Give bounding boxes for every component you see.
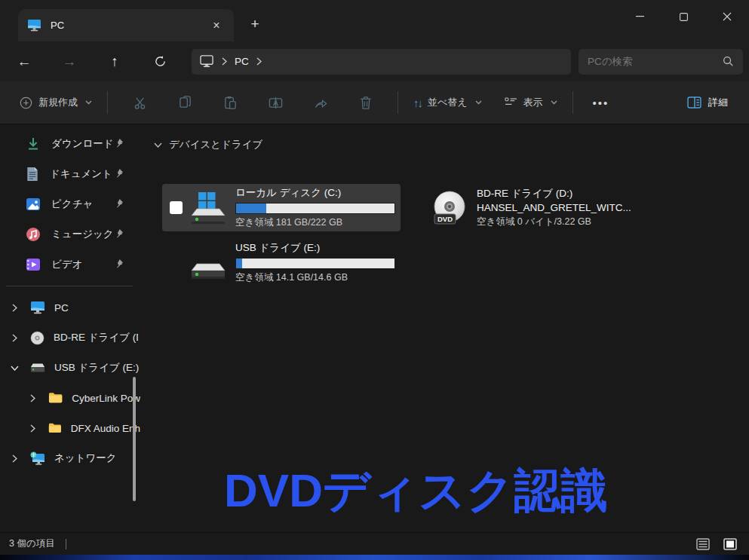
sidebar-item-downloads[interactable]: ダウンロード (0, 129, 140, 159)
sidebar-item-usb-drive[interactable]: USB ドライブ (E:) (0, 353, 140, 383)
sidebar-item-label: BD-RE ドライブ (D (54, 331, 138, 344)
large-icons-view-button[interactable] (720, 536, 740, 552)
drive-name: BD-RE ドライブ (D:) (477, 187, 659, 200)
drive-icon (30, 363, 45, 373)
explorer-body: ダウンロード ドキュメント ピクチャ ミュージック ビデオ (0, 124, 749, 532)
view-icon (505, 97, 517, 109)
chevron-right-icon[interactable] (27, 423, 38, 433)
network-icon (30, 451, 45, 466)
pin-icon (114, 168, 124, 178)
sidebar-item-label: USB ドライブ (E:) (54, 361, 139, 375)
tab-close-icon[interactable]: × (207, 16, 226, 35)
sidebar-item-videos[interactable]: ビデオ (0, 249, 140, 280)
windows-drive-icon (189, 190, 228, 226)
forward-button: → (56, 48, 83, 75)
search-icon[interactable] (723, 56, 734, 67)
sort-button-label: 並べ替え (428, 96, 468, 109)
item-checkbox[interactable] (170, 201, 183, 214)
drive-item-usb-e[interactable]: USB ドライブ (E:) 空き領域 14.1 GB/14.6 GB (162, 239, 401, 286)
sort-icon: ↑↓ (413, 96, 422, 109)
pin-icon (114, 198, 124, 208)
chevron-down-icon[interactable] (9, 363, 20, 373)
copy-button (172, 90, 198, 115)
up-button[interactable]: ↑ (101, 48, 128, 75)
chevron-down-icon (475, 100, 482, 105)
sidebar-item-label: ネットワーク (54, 451, 117, 465)
window-controls (618, 0, 749, 33)
sidebar-item-folder-dfx[interactable]: DFX Audio Enh (0, 413, 140, 443)
new-button[interactable]: 新規作成 (14, 91, 98, 114)
details-pane-label: 詳細 (708, 96, 728, 109)
more-options-button[interactable]: ••• (582, 96, 620, 109)
view-toggle-group (693, 536, 740, 552)
sidebar-item-bdre-drive[interactable]: BD-RE ドライブ (D (0, 323, 140, 353)
folder-icon (48, 422, 62, 434)
maximize-button[interactable] (662, 0, 705, 33)
breadcrumb-chevron-icon (256, 57, 262, 66)
chevron-right-icon[interactable] (9, 302, 20, 313)
drive-volume-label: HANSEL_AND_GRETEL_WITC... (477, 202, 659, 213)
address-bar[interactable]: PC (192, 49, 571, 75)
item-count-label: 3 個の項目 (9, 537, 55, 550)
capacity-bar (235, 258, 395, 269)
sidebar-item-pc[interactable]: PC (0, 292, 140, 323)
paste-button (217, 90, 243, 115)
chevron-down-icon (85, 100, 92, 105)
view-button[interactable]: 表示 (499, 91, 563, 114)
document-icon (26, 167, 39, 182)
sidebar-item-label: ビデオ (51, 258, 82, 271)
disc-icon (30, 331, 45, 345)
sort-button[interactable]: ↑↓ 並べ替え (407, 91, 488, 114)
pc-monitor-icon (30, 301, 45, 314)
rename-button (262, 90, 288, 115)
back-button[interactable]: ← (11, 48, 38, 75)
sidebar-scrollbar[interactable] (133, 377, 136, 501)
drive-item-local-disk-c[interactable]: ローカル ディスク (C:) 空き領域 181 GB/222 GB (162, 184, 401, 231)
details-pane-icon (687, 96, 701, 109)
chevron-down-icon (551, 100, 557, 105)
chevron-right-icon[interactable] (9, 332, 20, 343)
group-header-label: デバイスとドライブ (169, 138, 262, 151)
navigation-pane: ダウンロード ドキュメント ピクチャ ミュージック ビデオ (0, 124, 140, 532)
chevron-right-icon[interactable] (9, 453, 20, 464)
toolbar-divider (572, 91, 573, 114)
sidebar-divider (6, 286, 133, 286)
toolbar-divider (107, 91, 108, 114)
sidebar-item-network[interactable]: ネットワーク (0, 443, 140, 473)
folder-icon (48, 392, 63, 404)
download-icon (26, 136, 41, 151)
view-button-label: 表示 (523, 96, 543, 109)
music-icon (26, 227, 41, 242)
refresh-button[interactable] (146, 48, 173, 75)
breadcrumb-item-pc[interactable]: PC (235, 56, 249, 67)
new-tab-button[interactable]: + (244, 14, 266, 35)
breadcrumb-pc-icon[interactable] (199, 55, 214, 68)
tab-title: PC (51, 20, 207, 31)
drive-item-bdre-d[interactable]: DVD BD-RE ドライブ (D:) HANSEL_AND_GRETEL_WI… (425, 184, 664, 231)
drive-free-space: 空き領域 0 バイト/3.22 GB (477, 216, 659, 228)
search-input[interactable] (588, 56, 723, 67)
drive-free-space: 空き領域 14.1 GB/14.6 GB (235, 271, 396, 284)
details-view-button[interactable] (693, 536, 713, 552)
sidebar-item-pictures[interactable]: ピクチャ (0, 189, 140, 219)
search-box[interactable] (579, 49, 743, 75)
close-window-button[interactable] (705, 0, 749, 33)
file-explorer-window: PC × + ← → ↑ (0, 0, 749, 560)
minimize-button[interactable] (618, 0, 662, 33)
drive-name: USB ドライブ (E:) (235, 241, 396, 255)
tab-pc[interactable]: PC × (18, 9, 234, 41)
cut-button (127, 90, 152, 115)
status-bar: 3 個の項目 (0, 532, 749, 555)
sidebar-item-documents[interactable]: ドキュメント (0, 159, 140, 189)
details-pane-button[interactable]: 詳細 (680, 91, 735, 114)
sidebar-item-label: CyberLink Pow (72, 393, 140, 404)
tab-bar: PC × + (0, 0, 749, 41)
command-bar: 新規作成 ↑↓ 並べ替え 表示 (0, 81, 749, 124)
new-button-label: 新規作成 (38, 96, 78, 109)
sidebar-item-label: PC (54, 302, 69, 314)
chevron-right-icon[interactable] (27, 393, 38, 403)
desktop-wallpaper-strip (0, 555, 749, 560)
group-header-devices[interactable]: デバイスとドライブ (154, 138, 749, 151)
sidebar-item-folder-cyberlink[interactable]: CyberLink Pow (0, 383, 140, 413)
sidebar-item-music[interactable]: ミュージック (0, 219, 140, 249)
